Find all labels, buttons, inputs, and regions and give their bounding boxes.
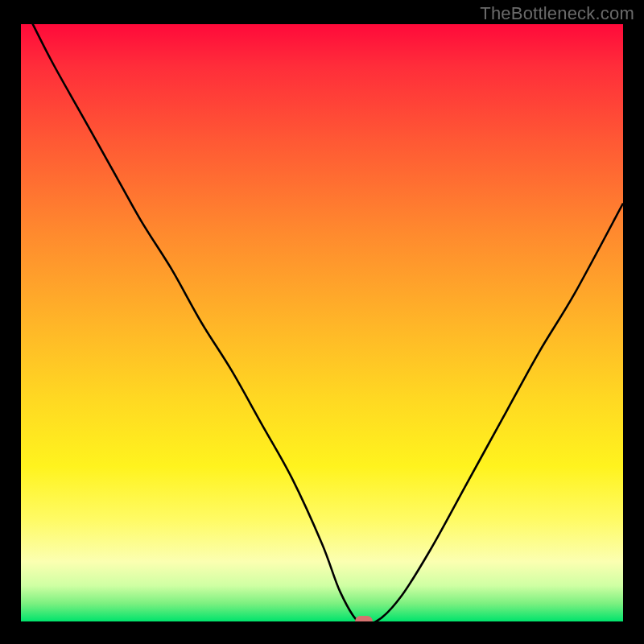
chart-frame: TheBottleneck.com <box>0 0 644 644</box>
bottleneck-curve <box>21 24 623 621</box>
plot-area <box>21 24 623 621</box>
watermark-text: TheBottleneck.com <box>480 3 634 24</box>
optimum-marker <box>355 616 373 621</box>
curve-path <box>21 24 623 621</box>
